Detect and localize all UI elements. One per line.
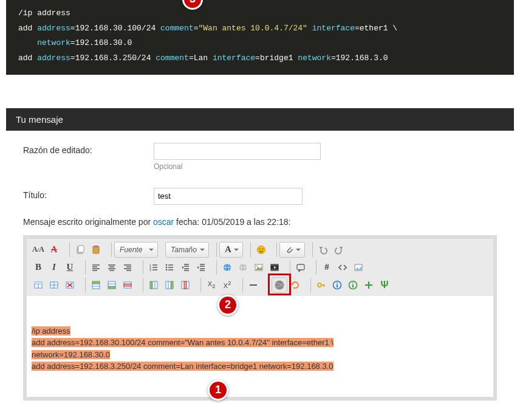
toolbar-row-1: A/A A Fuente Tamaño A bbox=[30, 242, 490, 258]
hash-button[interactable]: # bbox=[319, 260, 335, 275]
psi-button[interactable]: Ψ bbox=[377, 277, 392, 293]
svg-point-5 bbox=[259, 248, 260, 249]
clear-format-button[interactable]: A bbox=[46, 242, 62, 258]
svg-rect-73 bbox=[108, 287, 115, 289]
hr-button[interactable] bbox=[245, 277, 261, 293]
editor-text-line: network=192.168.30.0 bbox=[32, 350, 110, 359]
unlink-button[interactable] bbox=[235, 260, 251, 275]
svg-rect-83 bbox=[184, 281, 186, 289]
undo-button[interactable] bbox=[315, 242, 331, 258]
code-line: /ip address bbox=[18, 6, 502, 21]
ordered-list-button[interactable]: 123 bbox=[146, 260, 162, 275]
row-title: Título: bbox=[23, 188, 497, 205]
svg-point-6 bbox=[262, 248, 263, 249]
image-button[interactable] bbox=[251, 260, 267, 275]
annotation-1: 1 bbox=[208, 380, 228, 401]
input-title[interactable] bbox=[154, 188, 303, 205]
svg-rect-52 bbox=[271, 269, 278, 270]
table-props-button[interactable] bbox=[46, 277, 62, 293]
author-link[interactable]: oscar bbox=[153, 217, 174, 227]
unordered-list-button[interactable] bbox=[162, 260, 177, 275]
editor-content[interactable]: 1 /ip address add address=192.168.30.100… bbox=[27, 296, 493, 397]
svg-point-4 bbox=[257, 246, 265, 253]
toolbar-row-3: X2 X2 Ψ bbox=[30, 277, 490, 293]
svg-point-85 bbox=[275, 280, 284, 289]
edit-form: Razón de editado: Opcional Título: Mensa… bbox=[6, 131, 514, 407]
rich-text-editor: A/A A Fuente Tamaño A bbox=[23, 235, 497, 401]
input-edit-reason[interactable] bbox=[154, 143, 321, 160]
key-button[interactable] bbox=[313, 277, 329, 293]
font-color-button[interactable]: A/A bbox=[30, 242, 46, 258]
table-button[interactable] bbox=[30, 277, 46, 293]
globe-gray-button[interactable] bbox=[272, 277, 287, 293]
align-right-button[interactable] bbox=[120, 260, 135, 275]
editor-text-line: add address=192.168.30.100/24 comment="W… bbox=[32, 338, 334, 347]
table-delete-button[interactable] bbox=[62, 277, 78, 293]
code-button[interactable] bbox=[335, 260, 351, 275]
row-below-button[interactable] bbox=[104, 277, 120, 293]
annotation-2: 2 bbox=[217, 295, 238, 315]
attachment-combo[interactable] bbox=[279, 242, 305, 258]
toolbar-row-2: B I U 123 bbox=[30, 260, 490, 275]
italic-button[interactable]: I bbox=[46, 260, 62, 275]
editor-text-line: add address=192.168.3.250/24 comment=Lan… bbox=[32, 362, 334, 371]
indent-button[interactable] bbox=[193, 260, 209, 275]
svg-rect-81 bbox=[171, 281, 173, 289]
svg-point-29 bbox=[166, 266, 168, 268]
info-blue-button[interactable] bbox=[329, 277, 345, 293]
svg-rect-61 bbox=[35, 282, 42, 284]
row-above-button[interactable] bbox=[88, 277, 104, 293]
code-block: 3 /ip address add address=192.168.30.100… bbox=[6, 0, 514, 75]
svg-rect-51 bbox=[271, 264, 278, 266]
svg-point-28 bbox=[166, 264, 168, 266]
align-left-button[interactable] bbox=[88, 260, 104, 275]
redo-button[interactable] bbox=[331, 242, 347, 258]
label-title: Título: bbox=[23, 188, 154, 200]
font-size-combo[interactable]: Tamaño bbox=[165, 242, 209, 258]
svg-marker-35 bbox=[182, 266, 183, 269]
outdent-button[interactable] bbox=[177, 260, 193, 275]
svg-point-95 bbox=[352, 282, 354, 283]
svg-rect-70 bbox=[92, 281, 100, 283]
paste-button[interactable] bbox=[88, 242, 104, 258]
svg-marker-40 bbox=[197, 266, 199, 269]
svg-point-87 bbox=[318, 283, 321, 287]
original-author-line: Mensaje escrito originalmente por oscar … bbox=[23, 217, 497, 227]
svg-text:3: 3 bbox=[149, 268, 151, 272]
link-button[interactable] bbox=[219, 260, 235, 275]
refresh-orange-button[interactable] bbox=[287, 277, 303, 293]
panel-header: Tu mensaje bbox=[6, 108, 514, 131]
svg-rect-75 bbox=[124, 284, 131, 286]
bold-button[interactable]: B bbox=[30, 260, 46, 275]
helper-optional: Opcional bbox=[154, 162, 497, 171]
info-green-button[interactable] bbox=[345, 277, 361, 293]
svg-point-30 bbox=[166, 269, 168, 270]
editor-toolbar: A/A A Fuente Tamaño A bbox=[27, 239, 493, 296]
code-token: /ip address bbox=[18, 9, 70, 18]
align-center-button[interactable] bbox=[104, 260, 120, 275]
code-line: add address=192.168.3.250/24 comment=Lan… bbox=[18, 51, 502, 66]
col-delete-button[interactable] bbox=[177, 277, 193, 293]
text-color-combo[interactable]: A bbox=[219, 242, 243, 258]
copy-button[interactable] bbox=[72, 242, 88, 258]
insert-image2-button[interactable] bbox=[351, 260, 366, 275]
emoji-button[interactable] bbox=[253, 242, 269, 258]
code-line: network=192.168.30.0 bbox=[18, 36, 502, 51]
editor-text-line: /ip address bbox=[32, 326, 70, 336]
svg-rect-54 bbox=[297, 264, 304, 270]
font-family-combo[interactable]: Fuente bbox=[114, 242, 158, 258]
svg-point-49 bbox=[256, 265, 258, 267]
col-right-button[interactable] bbox=[162, 277, 177, 293]
row-edit-reason: Razón de editado: Opcional bbox=[23, 143, 497, 171]
svg-rect-1 bbox=[78, 246, 84, 252]
subscript-button[interactable]: X2 bbox=[204, 277, 219, 293]
svg-point-92 bbox=[337, 282, 338, 283]
code-line: add address=192.168.30.100/24 comment="W… bbox=[18, 21, 502, 36]
col-left-button[interactable] bbox=[146, 277, 162, 293]
underline-button[interactable]: U bbox=[62, 260, 78, 275]
quote-button[interactable] bbox=[293, 260, 309, 275]
video-button[interactable] bbox=[267, 260, 282, 275]
medical-button[interactable] bbox=[361, 277, 377, 293]
row-delete-button[interactable] bbox=[120, 277, 135, 293]
superscript-button[interactable]: X2 bbox=[219, 277, 235, 293]
